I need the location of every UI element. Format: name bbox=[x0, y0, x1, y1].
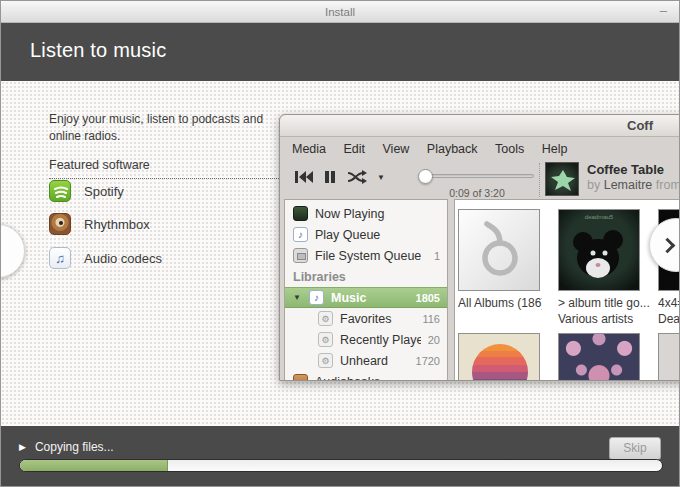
featured-item-label: Rhythmbox bbox=[84, 217, 150, 232]
menu-media: Media bbox=[292, 137, 326, 161]
rhythmbox-icon bbox=[49, 213, 71, 235]
shuffle-icon bbox=[346, 170, 368, 188]
auto-playlist-gear-icon: ⚙ bbox=[318, 311, 333, 326]
sidebar-item-label: File System Queue bbox=[315, 249, 427, 263]
music-note-icon: ♪ bbox=[309, 290, 324, 305]
album-title: > album title go... bbox=[558, 296, 654, 311]
sidebar-item-now-playing: Now Playing bbox=[285, 203, 447, 224]
artist-name: Lemaitre bbox=[604, 178, 653, 192]
progress-fill bbox=[20, 460, 168, 471]
sidebar-item-label: Play Queue bbox=[315, 228, 440, 242]
now-playing-track-title: Coffee Table bbox=[587, 162, 664, 177]
sidebar-item-label: Music bbox=[331, 291, 409, 305]
featured-item-label: Audio codecs bbox=[84, 251, 162, 266]
player-sidebar: Now Playing ♪ Play Queue File System Que… bbox=[284, 199, 448, 381]
status-text: Copying files... bbox=[35, 440, 114, 454]
featured-item-audio-codecs: ♫ Audio codecs bbox=[49, 246, 162, 270]
page-title: Listen to music bbox=[30, 39, 166, 62]
album-artist: Various artists bbox=[558, 312, 654, 327]
skip-button[interactable]: Skip bbox=[609, 437, 661, 460]
sidebar-item-unheard: ⚙ Unheard 1720 bbox=[285, 350, 447, 371]
playback-dropdown-caret-icon: ▼ bbox=[377, 173, 385, 182]
album-title: All Albums (186) bbox=[458, 296, 542, 311]
seek-time-label: 0:09 of 3:20 bbox=[420, 187, 534, 199]
album-tile-kaleidoscope bbox=[558, 333, 640, 381]
toolbar-separator bbox=[539, 163, 540, 197]
menu-view: View bbox=[383, 137, 410, 161]
minimize-icon[interactable]: – bbox=[660, 1, 667, 21]
spotify-icon bbox=[49, 180, 71, 202]
sidebar-item-music: ▼ ♪ Music 1805 bbox=[285, 287, 447, 308]
sidebar-item-favorites: ⚙ Favorites 116 bbox=[285, 308, 447, 329]
album-tile-tycho bbox=[458, 333, 540, 381]
album-tile-all-albums bbox=[458, 209, 540, 291]
from-word: from bbox=[656, 178, 680, 192]
sidebar-item-label: Recently Played bbox=[340, 333, 421, 347]
album-grid: deadmau5 All Albums (186) > album title … bbox=[454, 199, 680, 381]
seek-slider-handle bbox=[418, 169, 433, 184]
sidebar-item-label: Now Playing bbox=[315, 207, 440, 221]
window-title: Install bbox=[1, 1, 679, 23]
album-title: 4x4= bbox=[658, 296, 680, 311]
play-queue-icon: ♪ bbox=[293, 227, 308, 242]
sidebar-item-label: Unheard bbox=[340, 354, 409, 368]
player-titlebar: Coff bbox=[280, 115, 680, 137]
by-word: by bbox=[587, 178, 600, 192]
album-tile-flower bbox=[658, 333, 680, 381]
audio-codecs-icon: ♫ bbox=[49, 247, 71, 269]
section-heading: Libraries bbox=[293, 270, 346, 284]
sidebar-item-file-system-queue: File System Queue 1 bbox=[285, 245, 447, 266]
auto-playlist-gear-icon: ⚙ bbox=[318, 353, 333, 368]
item-count: 1805 bbox=[416, 292, 440, 304]
featured-item-rhythmbox: Rhythmbox bbox=[49, 212, 150, 236]
banshee-logo-icon bbox=[459, 210, 540, 291]
chevron-right-icon bbox=[660, 238, 676, 254]
status-row: ▶ Copying files... bbox=[19, 440, 114, 454]
player-window-title: Coff bbox=[627, 118, 653, 133]
player-toolbar: ▼ 0:09 of 3:20 Coffee Table by Lemaitre … bbox=[280, 161, 680, 199]
now-playing-artist-line: by Lemaitre from F bbox=[587, 178, 680, 192]
sidebar-item-label: Audiobooks bbox=[315, 375, 440, 382]
featured-item-spotify: Spotify bbox=[49, 179, 124, 203]
installer-window: Install – Listen to music Enjoy your mus… bbox=[0, 0, 680, 487]
menu-playback: Playback bbox=[427, 137, 478, 161]
file-system-queue-icon bbox=[293, 248, 308, 263]
sidebar-item-play-queue: ♪ Play Queue bbox=[285, 224, 447, 245]
sidebar-item-audiobooks: Audiobooks bbox=[285, 371, 447, 381]
menu-edit: Edit bbox=[344, 137, 366, 161]
auto-playlist-gear-icon: ⚙ bbox=[318, 332, 333, 347]
pause-icon bbox=[324, 170, 336, 188]
audiobooks-icon bbox=[293, 374, 308, 381]
menu-help: Help bbox=[542, 137, 568, 161]
now-playing-icon bbox=[293, 206, 308, 221]
slide-header: Listen to music bbox=[1, 23, 679, 81]
seek-slider bbox=[420, 174, 534, 178]
item-count: 1 bbox=[434, 250, 440, 262]
now-playing-album-art bbox=[545, 162, 579, 196]
tycho-sun-art bbox=[472, 344, 528, 381]
music-player-screenshot: Coff Media Edit View Playback Tools Help bbox=[279, 114, 680, 381]
menu-tools: Tools bbox=[495, 137, 524, 161]
featured-software-heading: Featured software bbox=[49, 158, 281, 179]
sidebar-item-label: Favorites bbox=[340, 312, 415, 326]
album-artist: Dead bbox=[658, 312, 680, 327]
previous-track-icon bbox=[294, 170, 314, 188]
featured-item-label: Spotify bbox=[84, 184, 124, 199]
window-titlebar: Install – bbox=[1, 1, 679, 23]
item-count: 20 bbox=[428, 334, 440, 346]
intro-text: Enjoy your music, listen to podcasts and… bbox=[49, 111, 289, 145]
sidebar-section-libraries: Libraries bbox=[285, 266, 447, 287]
installer-footer: ▶ Copying files... Skip bbox=[1, 426, 679, 487]
expander-icon: ▼ bbox=[293, 293, 302, 302]
sidebar-item-recently-played: ⚙ Recently Played 20 bbox=[285, 329, 447, 350]
deadmau5-cat-icon bbox=[559, 220, 640, 290]
item-count: 116 bbox=[422, 313, 440, 325]
status-arrow-icon[interactable]: ▶ bbox=[19, 442, 26, 452]
player-menubar: Media Edit View Playback Tools Help bbox=[280, 137, 680, 161]
install-progress-bar bbox=[19, 459, 663, 472]
item-count: 1720 bbox=[416, 355, 440, 367]
album-tile-deadmau5: deadmau5 bbox=[558, 209, 640, 291]
